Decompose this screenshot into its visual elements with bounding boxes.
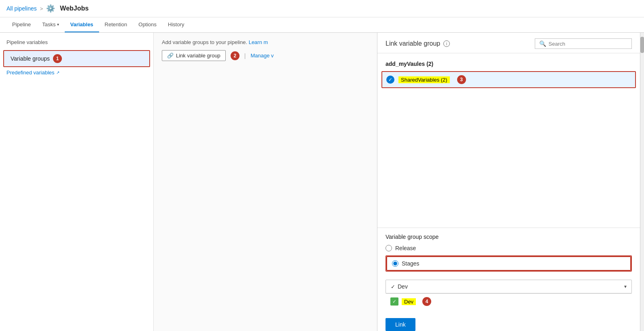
stages-label: Stages — [402, 260, 419, 267]
chevron-down-icon: ▾ — [624, 284, 627, 289]
toolbar: 🔗 Link variable group 2 | Manage v — [162, 50, 369, 61]
tab-tasks[interactable]: Tasks ▾ — [36, 17, 64, 32]
stages-radio[interactable] — [392, 260, 398, 267]
stages-dropdown[interactable]: ✓ Dev ▾ — [386, 280, 632, 293]
step2-badge: 2 — [231, 51, 239, 60]
sidebar-predefined-variables[interactable]: Predefined variables ↗ — [0, 68, 153, 77]
link-button[interactable]: Link — [386, 318, 415, 331]
link-icon: 🔗 — [167, 53, 174, 59]
pipeline-name: WebJobs — [60, 5, 89, 12]
info-icon[interactable]: i — [443, 40, 450, 47]
scrollbar-thumb[interactable] — [640, 37, 644, 53]
selected-check-icon: ✓ — [386, 76, 394, 84]
external-link-icon: ↗ — [56, 70, 59, 75]
vg-group-title: add_myVaules (2) — [381, 57, 636, 70]
content-hint: Add variable groups to your pipeline. Le… — [162, 39, 369, 45]
step1-badge: 1 — [53, 54, 62, 63]
pipeline-icon: ⚙️ — [46, 4, 55, 13]
panel-header: Link variable group i 🔍 — [377, 33, 640, 53]
vg-item-shared-variables[interactable]: ✓ SharedVariables (2) 3 — [381, 71, 636, 88]
release-radio[interactable] — [386, 245, 392, 251]
breadcrumb: All pipelines > ⚙️ WebJobs — [6, 4, 89, 13]
link-variable-group-button[interactable]: 🔗 Link variable group — [162, 50, 226, 61]
search-box: 🔍 — [535, 38, 632, 49]
vg-group-add-myvaules: add_myVaules (2) ✓ SharedVariables (2) 3 — [381, 57, 636, 88]
scrollbar-track[interactable] — [640, 33, 644, 331]
search-icon: 🔍 — [539, 40, 546, 47]
main-layout: Pipeline variables Variable groups 1 Pre… — [0, 33, 644, 331]
step3-badge: 3 — [457, 75, 466, 84]
release-label: Release — [395, 245, 416, 251]
tab-bar: Pipeline Tasks ▾ Variables Retention Opt… — [0, 17, 644, 33]
variable-groups-label: Variable groups — [11, 55, 50, 62]
stages-radio-row[interactable]: Stages — [386, 256, 631, 271]
tab-options[interactable]: Options — [133, 17, 162, 32]
variable-groups-list: add_myVaules (2) ✓ SharedVariables (2) 3 — [377, 53, 640, 228]
tasks-chevron-icon: ▾ — [57, 22, 59, 27]
manage-variables-link[interactable]: Manage v — [251, 53, 274, 59]
sidebar-section-title: Pipeline variables — [0, 39, 153, 49]
link-button-row: Link — [377, 315, 640, 331]
sidebar-item-variable-groups[interactable]: Variable groups 1 — [3, 50, 150, 67]
search-input[interactable] — [549, 41, 627, 47]
breadcrumb-separator: > — [40, 6, 43, 12]
all-pipelines-link[interactable]: All pipelines — [6, 5, 37, 12]
right-panel: Link variable group i 🔍 add_myVaules (2)… — [377, 33, 640, 331]
stages-box: Stages — [386, 255, 632, 272]
tab-retention[interactable]: Retention — [99, 17, 133, 32]
dev-check-icon: ✓ — [390, 297, 398, 306]
step4-badge: 4 — [422, 297, 431, 306]
header: All pipelines > ⚙️ WebJobs — [0, 0, 644, 17]
tab-variables[interactable]: Variables — [65, 17, 99, 32]
tab-pipeline[interactable]: Pipeline — [6, 17, 36, 32]
release-radio-row[interactable]: Release — [386, 245, 632, 251]
learn-more-link[interactable]: Learn m — [249, 39, 268, 45]
dev-option[interactable]: ✓ Dev 4 — [386, 293, 632, 309]
panel-title: Link variable group i — [386, 40, 450, 47]
sidebar: Pipeline variables Variable groups 1 Pre… — [0, 33, 154, 331]
scope-title: Variable group scope — [386, 234, 632, 240]
stages-selected-label: ✓ Dev — [391, 283, 408, 290]
main-content: Add variable groups to your pipeline. Le… — [154, 33, 377, 331]
pipe-separator: | — [244, 53, 246, 59]
dev-label: Dev — [402, 298, 416, 305]
check-mark-icon: ✓ — [391, 284, 395, 290]
tab-history[interactable]: History — [162, 17, 190, 32]
scope-section: Variable group scope Release Stages ✓ De… — [377, 228, 640, 315]
vg-item-label: SharedVariables (2) — [398, 76, 450, 83]
